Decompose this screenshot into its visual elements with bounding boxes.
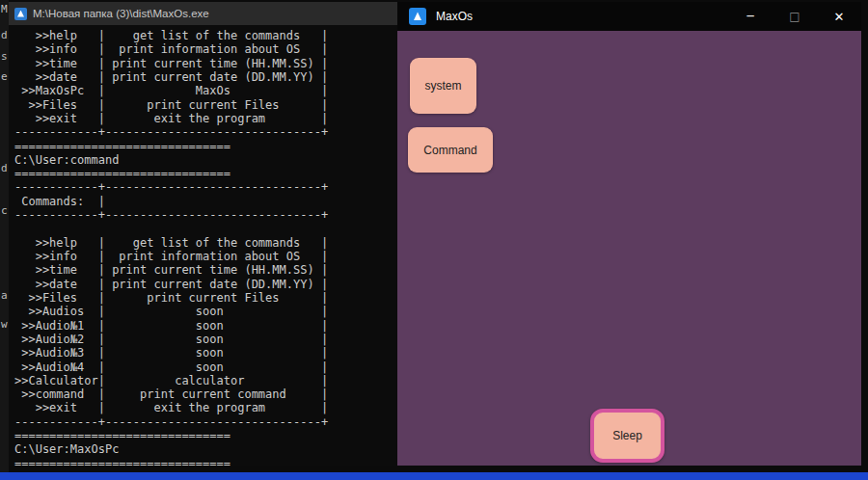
edge-char: e — [1, 70, 8, 83]
edge-char: w — [1, 318, 8, 331]
command-button[interactable]: Command — [408, 127, 493, 173]
console-titlebar[interactable]: M:\Новая папка (3)\dist\MaxOs.exe — [9, 2, 397, 25]
window-controls: ─ □ ✕ — [728, 2, 861, 31]
console-output: >>help | get list of the commands | >>in… — [9, 25, 397, 466]
maxos-app-icon — [409, 8, 426, 25]
console-window: M:\Новая папка (3)\dist\MaxOs.exe >>help… — [9, 2, 397, 466]
edge-char: c — [1, 204, 8, 217]
maxos-title: MaxOs — [436, 10, 473, 23]
system-button[interactable]: system — [410, 58, 476, 114]
edge-char: s — [1, 50, 8, 63]
sleep-button[interactable]: Sleep — [590, 409, 665, 463]
close-button[interactable]: ✕ — [817, 2, 861, 31]
maximize-button[interactable]: □ — [773, 2, 817, 31]
maxos-titlebar[interactable]: MaxOs ─ □ ✕ — [397, 2, 861, 31]
edge-char: M — [1, 3, 8, 15]
screen: M d s e d c a w M:\Новая папка (3)\dist\… — [0, 0, 868, 480]
edge-char: d — [1, 162, 8, 174]
console-title: M:\Новая папка (3)\dist\MaxOs.exe — [33, 8, 209, 19]
minimize-button[interactable]: ─ — [728, 2, 773, 31]
maxos-body: system Command Sleep — [397, 31, 861, 466]
maxos-window: MaxOs ─ □ ✕ system Command Sleep — [397, 2, 861, 466]
taskbar-edge[interactable] — [0, 472, 868, 480]
edge-char: a — [1, 289, 8, 302]
background-window-edge: M d s e d c a w — [0, 0, 9, 472]
edge-char: d — [1, 29, 8, 41]
console-app-icon — [14, 8, 27, 20]
